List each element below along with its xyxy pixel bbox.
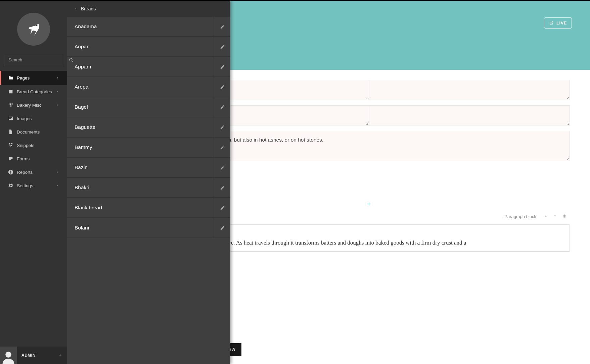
pencil-icon: [220, 105, 225, 110]
flyout-item: Black bread: [67, 198, 230, 218]
block-type-label: Paragraph block: [504, 214, 536, 219]
window-top-border: [0, 0, 590, 1]
nav-reports[interactable]: Reports: [0, 165, 67, 179]
nav-pages[interactable]: Pages: [0, 71, 67, 85]
nav-bread-categories[interactable]: Bread Categories: [0, 85, 67, 98]
flyout-item-edit[interactable]: [214, 117, 230, 137]
chevron-right-icon: [56, 183, 59, 188]
flyout-item-link[interactable]: Bazin: [67, 158, 214, 177]
search-row: [0, 54, 67, 71]
pencil-icon: [220, 225, 225, 230]
flyout-item-edit[interactable]: [214, 138, 230, 157]
flyout-item: Bolani: [67, 218, 230, 238]
pencil-icon: [220, 185, 225, 190]
chevron-left-icon: [74, 7, 78, 11]
nav-settings[interactable]: Settings: [0, 179, 67, 192]
block-delete[interactable]: [562, 214, 566, 219]
search-button[interactable]: [69, 58, 74, 62]
flyout-breadcrumb[interactable]: Breads: [67, 1, 230, 17]
chevron-right-icon: [56, 103, 59, 108]
pencil-icon: [220, 165, 225, 170]
avatar: [0, 347, 17, 364]
bird-icon: [26, 21, 41, 37]
nav-documents[interactable]: Documents: [0, 125, 67, 139]
flyout-item: Bammy: [67, 138, 230, 158]
live-button[interactable]: LIVE: [544, 17, 572, 29]
chevron-down-icon: [553, 214, 557, 218]
flyout-item-edit[interactable]: [214, 218, 230, 238]
app-logo[interactable]: [17, 13, 50, 46]
pencil-icon: [220, 64, 225, 69]
flyout-item: Bagel: [67, 97, 230, 117]
flyout-item: Bhakri: [67, 178, 230, 198]
flyout-item-edit[interactable]: [214, 17, 230, 36]
flyout-item-link[interactable]: Bammy: [67, 138, 214, 157]
nav-bakery-misc[interactable]: Bakery Misc: [0, 98, 67, 112]
user-name: ADMIN: [17, 353, 58, 358]
plus-icon: [366, 201, 372, 207]
image-icon: [8, 116, 17, 121]
nav-label: Pages: [17, 75, 56, 81]
pages-flyout: Breads AnadamaAnpanAppamArepaBagelBaguet…: [67, 1, 230, 364]
user-footer[interactable]: ADMIN: [0, 347, 67, 364]
flyout-item: Baguette: [67, 117, 230, 138]
block-move-down[interactable]: [553, 214, 557, 219]
nav-label: Images: [17, 116, 59, 121]
nav: PagesBread CategoriesBakery MiscImagesDo…: [0, 71, 67, 347]
svg-point-0: [36, 25, 38, 26]
flyout-item-link[interactable]: Bagel: [67, 97, 214, 117]
flyout-item: Anpan: [67, 37, 230, 57]
chevron-up-icon: [58, 353, 62, 357]
trash-icon: [562, 214, 566, 218]
flyout-item-edit[interactable]: [214, 158, 230, 177]
pencil-icon: [220, 205, 225, 210]
flyout-item-edit[interactable]: [214, 97, 230, 117]
flyout-item-edit[interactable]: [214, 37, 230, 56]
title-input-right[interactable]: [369, 80, 570, 100]
logo-area: [0, 1, 67, 54]
utensils-icon: [8, 102, 17, 108]
nav-forms[interactable]: Forms: [0, 152, 67, 165]
external-link-icon: [549, 21, 554, 25]
search-input[interactable]: [4, 54, 69, 66]
flyout-item-link[interactable]: Anadama: [67, 17, 214, 36]
flyout-item-link[interactable]: Black bread: [67, 198, 214, 217]
svg-point-2: [5, 352, 11, 358]
block-move-up[interactable]: [544, 214, 548, 219]
search-icon: [69, 58, 74, 62]
flyout-item-edit[interactable]: [214, 198, 230, 217]
nav-label: Snippets: [17, 143, 59, 148]
search-wrap: [4, 54, 63, 66]
subtitle-input-right[interactable]: [369, 105, 570, 125]
sidebar: PagesBread CategoriesBakery MiscImagesDo…: [0, 1, 67, 364]
live-label: LIVE: [556, 20, 567, 25]
flyout-item: Appam: [67, 57, 230, 77]
flyout-item: Arepa: [67, 77, 230, 97]
nav-label: Forms: [17, 156, 59, 161]
chevron-right-icon: [56, 89, 59, 94]
flyout-list: AnadamaAnpanAppamArepaBagelBaguetteBammy…: [67, 17, 230, 238]
flyout-item: Anadama: [67, 17, 230, 37]
nav-label: Documents: [17, 129, 59, 135]
flyout-item-link[interactable]: Baguette: [67, 117, 214, 137]
nav-snippets[interactable]: Snippets: [0, 139, 67, 152]
flyout-item-edit[interactable]: [214, 57, 230, 76]
nav-images[interactable]: Images: [0, 112, 67, 125]
flyout-crumb-label: Breads: [81, 6, 96, 11]
form-icon: [8, 156, 17, 161]
flyout-item-edit[interactable]: [214, 77, 230, 97]
flyout-item-link[interactable]: Anpan: [67, 37, 214, 56]
chevron-right-icon: [56, 75, 59, 81]
pencil-icon: [220, 24, 225, 29]
nav-label: Bread Categories: [17, 89, 56, 94]
flyout-item-link[interactable]: Arepa: [67, 77, 214, 97]
user-icon: [1, 350, 15, 364]
flyout-item-edit[interactable]: [214, 178, 230, 197]
nav-label: Reports: [17, 170, 56, 175]
flyout-item-link[interactable]: Bolani: [67, 218, 214, 238]
folder-icon: [8, 75, 17, 81]
nav-label: Settings: [17, 183, 56, 188]
flyout-item-link[interactable]: Bhakri: [67, 178, 214, 197]
snippet-icon: [8, 143, 17, 148]
flyout-item-link[interactable]: Appam: [67, 57, 214, 76]
